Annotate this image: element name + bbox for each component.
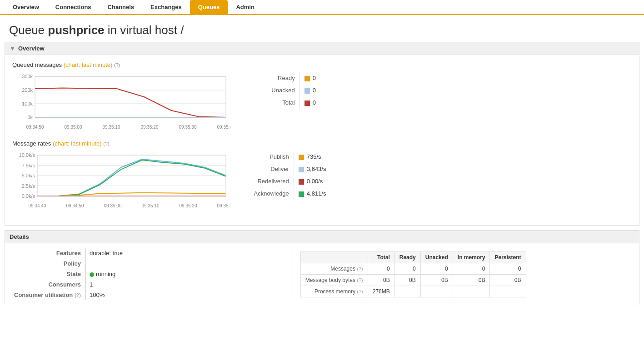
- overview-section-body: Queued messages (chart: last minute) (?)…: [5, 55, 639, 225]
- consumers-label: Consumers: [12, 279, 85, 290]
- col-unacked: Unacked: [420, 252, 453, 263]
- nav-exchanges[interactable]: Exchanges: [142, 0, 190, 14]
- main-nav: Overview Connections Channels Exchanges …: [0, 0, 644, 15]
- overview-section-header[interactable]: ▼ Overview: [5, 42, 639, 55]
- col-inmemory: In memory: [453, 252, 490, 263]
- consumers-value: 1: [85, 279, 126, 290]
- left-details-table: Features durable: true Policy State runn…: [12, 248, 126, 300]
- details-section: Details Features durable: true Policy: [5, 230, 639, 305]
- redelivered-dot: [299, 179, 304, 185]
- publish-stat: Publish 735/s: [244, 151, 335, 163]
- state-dot: [90, 272, 94, 277]
- nav-channels[interactable]: Channels: [100, 0, 143, 14]
- queued-messages-stats: Ready 0 Unacked 0 Total 0: [244, 72, 335, 109]
- queued-messages-row: Ready 0 Unacked 0 Total 0: [12, 72, 632, 131]
- overview-section-title: Overview: [18, 45, 45, 52]
- col-persistent: Persistent: [490, 252, 526, 263]
- col-ready: Ready: [394, 252, 420, 263]
- unacked-stat: Unacked 0: [244, 84, 335, 96]
- redelivered-value: 0.00/s: [307, 178, 323, 185]
- deliver-dot: [299, 167, 304, 172]
- policy-label: Policy: [12, 258, 85, 269]
- state-label: State: [12, 269, 85, 279]
- details-section-body: Features durable: true Policy State runn…: [5, 243, 639, 305]
- nav-overview[interactable]: Overview: [5, 0, 47, 14]
- messages-row: Messages (?) 0 0 0 0 0: [300, 263, 526, 275]
- total-stat: Total 0: [244, 96, 335, 109]
- features-label: Features: [12, 248, 85, 258]
- page-title: Queue pushprice in virtual host /: [0, 15, 644, 42]
- acknowledge-dot: [299, 191, 304, 197]
- nav-admin[interactable]: Admin: [228, 0, 262, 14]
- details-data-grid: Total Ready Unacked In memory Persistent…: [300, 251, 526, 297]
- deliver-stat: Deliver 3,643/s: [244, 163, 335, 175]
- details-main-table: Features durable: true Policy State runn…: [12, 248, 632, 300]
- queue-name: pushprice: [48, 23, 104, 37]
- total-value: 0: [313, 99, 316, 106]
- consumer-util-value: 100%: [85, 290, 126, 300]
- consumer-util-label: Consumer utilisation (?): [12, 290, 85, 300]
- unacked-value: 0: [313, 87, 316, 94]
- state-value: running: [85, 269, 126, 279]
- queued-messages-block: Queued messages (chart: last minute) (?)…: [12, 61, 632, 131]
- overview-section: ▼ Overview Queued messages (chart: last …: [5, 42, 639, 226]
- details-section-header[interactable]: Details: [5, 231, 639, 243]
- features-value: durable: true: [85, 248, 126, 258]
- policy-value: [85, 258, 126, 269]
- publish-dot: [299, 155, 304, 160]
- message-rates-block: Message rates (chart: last minute) (?) P…: [12, 140, 632, 210]
- col-total: Total: [368, 252, 394, 263]
- total-dot: [305, 101, 310, 106]
- publish-value: 735/s: [307, 153, 321, 160]
- queued-messages-title: Queued messages (chart: last minute) (?): [12, 61, 632, 68]
- details-section-title: Details: [10, 233, 29, 240]
- nav-queues[interactable]: Queues: [190, 0, 228, 14]
- queued-messages-chart: [12, 72, 230, 131]
- acknowledge-value: 4,811/s: [307, 190, 326, 197]
- nav-connections[interactable]: Connections: [47, 0, 100, 14]
- message-rates-stats: Publish 735/s Deliver 3,643/s Redelivere…: [244, 151, 335, 200]
- ready-value: 0: [313, 75, 316, 81]
- redelivered-stat: Redelivered 0.00/s: [244, 175, 335, 187]
- process-memory-row: Process memory (?) 276MB: [300, 286, 526, 297]
- message-body-bytes-row: Message body bytes (?) 0B 0B 0B 0B 0B: [300, 275, 526, 286]
- acknowledge-stat: Acknowledge 4,811/s: [244, 187, 335, 200]
- message-rates-row: Publish 735/s Deliver 3,643/s Redelivere…: [12, 151, 632, 210]
- unacked-dot: [305, 88, 310, 94]
- ready-dot: [305, 76, 310, 81]
- collapse-arrow: ▼: [10, 45, 15, 52]
- deliver-value: 3,643/s: [307, 166, 326, 172]
- message-rates-chart: [12, 151, 230, 210]
- message-rates-title: Message rates (chart: last minute) (?): [12, 140, 632, 147]
- ready-stat: Ready 0: [244, 72, 335, 84]
